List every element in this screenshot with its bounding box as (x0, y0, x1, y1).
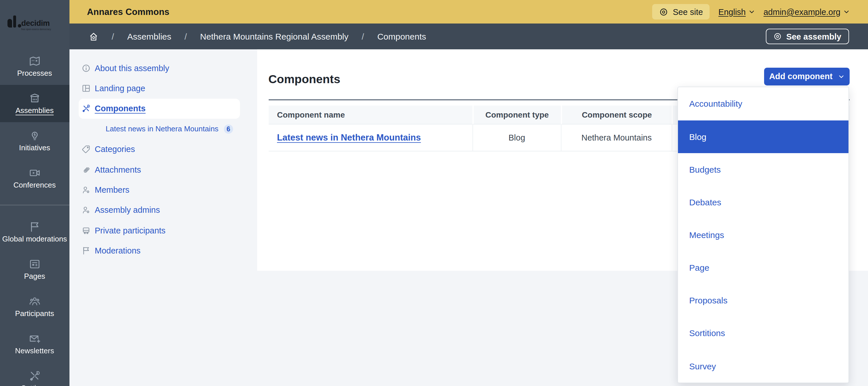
breadcrumb: / Assemblies / Nethera Mountains Regiona… (88, 31, 426, 42)
info-icon (82, 63, 91, 73)
menu-option-page[interactable]: Page (678, 251, 848, 284)
topbar-actions: See site English admin@example.org (652, 4, 849, 20)
language-label: English (718, 7, 746, 16)
user-settings-icon (82, 206, 91, 215)
sidebar-item-label: Global moderations (1, 235, 68, 243)
menu-item-latest-news-component[interactable]: Latest news in Nethera Mountains 6 (79, 119, 240, 139)
sidebar-item-processes[interactable]: Processes (0, 47, 69, 85)
sidebar-item-settings[interactable]: Settings (0, 362, 69, 386)
admin-sidebar: decidim free open-source democracy Proce… (0, 0, 69, 386)
menu-item-label: Members (95, 185, 129, 195)
menu-item-members[interactable]: Members (79, 180, 240, 200)
breadcrumb-separator: / (362, 32, 364, 41)
sidebar-item-conferences[interactable]: Conferences (0, 160, 69, 197)
flag-icon (29, 221, 41, 233)
decidim-tagline: free open-source democracy (21, 28, 51, 30)
breadcrumb-bar: / Assemblies / Nethera Mountains Regiona… (69, 24, 868, 49)
menu-item-label: Components (95, 104, 146, 113)
see-site-label: See site (673, 7, 703, 16)
team-icon (29, 295, 41, 308)
see-assembly-button[interactable]: See assembly (766, 29, 849, 44)
menu-item-label: Latest news in Nethera Mountains (105, 125, 218, 133)
price-tag-icon (82, 145, 91, 154)
breadcrumb-item-assembly-name[interactable]: Nethera Mountains Regional Assembly (200, 32, 348, 41)
chevron-down-icon (843, 9, 849, 15)
add-component-menu: Accountability Blog Budgets Debates Meet… (677, 87, 849, 383)
account-label: admin@example.org (764, 7, 840, 16)
table-row-scope-cell: Nethera Mountains (561, 124, 672, 151)
component-link[interactable]: Latest news in Nethera Mountains (277, 132, 421, 143)
menu-item-private-participants[interactable]: Private participants (79, 220, 240, 241)
menu-option-survey[interactable]: Survey (678, 350, 848, 382)
breadcrumb-separator: / (185, 32, 187, 41)
sidebar-divider (0, 197, 69, 213)
bank-icon (29, 92, 41, 104)
column-header-type: Component type (472, 106, 561, 124)
sidebar-item-assemblies[interactable]: Assemblies (0, 85, 69, 122)
chevron-down-icon (749, 9, 755, 15)
count-badge: 6 (224, 125, 233, 134)
home-icon[interactable] (88, 31, 98, 42)
menu-option-blog[interactable]: Blog (678, 120, 848, 153)
sidebar-item-label: Participants (14, 310, 55, 318)
decidim-logo[interactable]: decidim free open-source democracy (7, 15, 71, 28)
tools-icon (29, 370, 41, 382)
sidebar-item-label: Initiatives (18, 144, 51, 152)
article-icon (29, 258, 41, 270)
add-component-label: Add component (769, 72, 833, 81)
table-row-name-cell: Latest news in Nethera Mountains (268, 124, 472, 151)
menu-item-components[interactable]: Components (79, 99, 240, 119)
sidebar-nav: Processes Assemblies Initiatives Confere… (0, 47, 69, 386)
sidebar-item-initiatives[interactable]: Initiatives (0, 122, 69, 160)
menu-item-landing-page[interactable]: Landing page (79, 78, 240, 99)
table-row-type-cell: Blog (472, 124, 561, 151)
add-component-button[interactable]: Add component (764, 68, 849, 85)
decidim-admin-app: decidim free open-source democracy Proce… (0, 0, 868, 386)
menu-item-label: Categories (95, 145, 135, 154)
sidebar-item-label: Settings (20, 384, 50, 386)
page-title: Components (268, 72, 340, 86)
sidebar-item-global-moderations[interactable]: Global moderations (0, 213, 69, 251)
mail-add-icon (29, 332, 41, 345)
layout-grid-icon (82, 84, 91, 93)
sidebar-item-participants[interactable]: Participants (0, 288, 69, 325)
menu-option-proposals[interactable]: Proposals (678, 284, 848, 317)
menu-item-label: Attachments (95, 165, 141, 174)
language-selector[interactable]: English (718, 7, 755, 16)
breadcrumb-separator: / (112, 32, 114, 41)
see-site-button[interactable]: See site (652, 4, 710, 20)
column-header-name: Component name (268, 106, 472, 124)
video-camera-icon (29, 167, 41, 179)
site-name: Annares Commons (87, 7, 169, 17)
eye-icon (659, 7, 668, 16)
menu-item-label: Landing page (95, 84, 145, 93)
menu-option-debates[interactable]: Debates (678, 186, 848, 218)
sidebar-item-label: Assemblies (14, 107, 55, 115)
menu-item-label: About this assembly (95, 63, 169, 73)
menu-option-budgets[interactable]: Budgets (678, 153, 848, 185)
breadcrumb-item-assemblies[interactable]: Assemblies (127, 32, 171, 41)
account-menu[interactable]: admin@example.org (764, 7, 849, 16)
paperclip-icon (82, 165, 91, 174)
menu-item-label: Moderations (95, 246, 141, 255)
flag-icon (82, 246, 91, 255)
sidebar-item-label: Processes (16, 69, 53, 77)
sidebar-item-pages[interactable]: Pages (0, 251, 69, 288)
sidebar-item-label: Conferences (12, 181, 57, 189)
lightbulb-flash-icon (29, 130, 41, 142)
menu-option-accountability[interactable]: Accountability (678, 87, 848, 120)
menu-item-categories[interactable]: Categories (79, 139, 240, 160)
sidebar-item-label: Pages (23, 273, 46, 280)
breadcrumb-item-components[interactable]: Components (377, 32, 426, 41)
menu-option-meetings[interactable]: Meetings (678, 218, 848, 251)
sidebar-item-label: Newsletters (14, 347, 55, 355)
column-header-scope: Component scope (561, 106, 672, 124)
menu-item-label: Private participants (95, 226, 166, 235)
sidebar-item-newsletters[interactable]: Newsletters (0, 325, 69, 362)
menu-item-assembly-admins[interactable]: Assembly admins (79, 200, 240, 220)
menu-option-sortitions[interactable]: Sortitions (678, 317, 848, 350)
menu-item-moderations[interactable]: Moderations (79, 241, 240, 261)
menu-item-about-assembly[interactable]: About this assembly (79, 58, 240, 78)
see-assembly-label: See assembly (786, 32, 841, 41)
menu-item-attachments[interactable]: Attachments (79, 160, 240, 180)
